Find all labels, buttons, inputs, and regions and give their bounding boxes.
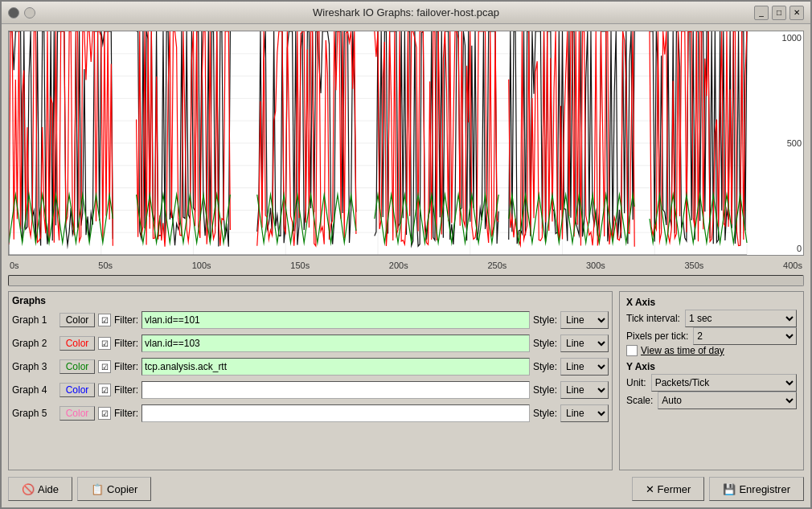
scale-row: Scale: Auto — [626, 392, 797, 409]
graph-row-1: Graph 1 Color ☑ Filter: Style: Line — [12, 310, 609, 330]
graph-1-color[interactable]: Color — [59, 313, 95, 327]
copier-icon: 📋 — [91, 483, 104, 495]
x-axis-labels: 0s 50s 100s 150s 200s 250s 300s 350s 400… — [8, 261, 804, 270]
graph-3-filter-input[interactable] — [141, 358, 530, 376]
graph-4-color[interactable]: Color — [59, 383, 95, 397]
x-label-350: 350s — [684, 261, 703, 270]
titlebar-right: _ □ ✕ — [754, 6, 804, 20]
graph-1-checkbox[interactable]: ☑ — [98, 314, 111, 326]
x-label-50: 50s — [98, 261, 113, 270]
tick-interval-label: Tick interval: — [626, 313, 680, 324]
main-window: Wireshark IO Graphs: failover-host.pcap … — [0, 0, 812, 509]
horizontal-scrollbar[interactable] — [8, 275, 804, 286]
graph-5-style-select[interactable]: Line — [560, 404, 609, 422]
copier-label: Copier — [107, 483, 137, 495]
pixels-per-tick-label: Pixels per tick: — [626, 330, 688, 342]
titlebar: Wireshark IO Graphs: failover-host.pcap … — [2, 2, 810, 24]
enregistrer-icon: 💾 — [723, 483, 736, 495]
graph-4-filter-label: Filter: — [114, 384, 138, 396]
x-label-150: 150s — [290, 261, 310, 270]
graph-row-5: Graph 5 Color ☑ Filter: Style: Line — [12, 403, 609, 424]
enregistrer-button[interactable]: 💾 Enregistrer — [709, 477, 804, 501]
time-of-day-label[interactable]: View as time of day — [641, 345, 724, 356]
graph-3-filter-label: Filter: — [114, 361, 138, 372]
aide-label: Aide — [38, 483, 59, 495]
x-axis-section: X Axis Tick interval: 1 sec Pixels per t… — [626, 297, 797, 356]
graph-5-filter-label: Filter: — [114, 408, 138, 419]
graph-3-checkbox[interactable]: ☑ — [98, 360, 111, 373]
graph-4-style-select[interactable]: Line — [560, 381, 609, 399]
tick-interval-select[interactable]: 1 sec — [685, 310, 797, 327]
graph-5-label: Graph 5 — [12, 408, 56, 419]
titlebar-left — [8, 7, 35, 18]
tick-interval-row: Tick interval: 1 sec — [626, 310, 797, 327]
fermer-label: Fermer — [658, 483, 691, 495]
minimize-button[interactable] — [24, 7, 35, 18]
graph-2-color[interactable]: Color — [59, 336, 95, 351]
winctrl-2[interactable]: □ — [772, 6, 786, 20]
pixels-per-tick-select[interactable]: 2 — [693, 327, 797, 345]
y-label-500: 500 — [773, 138, 802, 148]
graph-1-style-select[interactable]: Line — [560, 311, 609, 329]
enregistrer-label: Enregistrer — [739, 483, 790, 495]
time-of-day-checkbox[interactable] — [626, 345, 638, 356]
close-button[interactable] — [8, 7, 19, 18]
graph-3-color[interactable]: Color — [59, 359, 95, 374]
winctrl-1[interactable]: _ — [754, 6, 769, 20]
graph-area: 1000 500 0 — [8, 31, 804, 256]
winctrl-3[interactable]: ✕ — [789, 6, 804, 20]
y-axis-title: Y Axis — [626, 361, 797, 372]
graph-1-filter-label: Filter: — [114, 314, 138, 326]
x-label-200: 200s — [389, 261, 408, 270]
copier-button[interactable]: 📋 Copier — [77, 477, 151, 501]
bottom-section: Graphs Graph 1 Color ☑ Filter: Style: Li… — [2, 288, 810, 474]
y-label-1000: 1000 — [773, 33, 802, 43]
graph-1-style-label: Style: — [533, 314, 557, 326]
x-label-250: 250s — [487, 261, 506, 270]
graph-2-label: Graph 2 — [12, 338, 56, 349]
unit-row: Unit: Packets/Tick — [626, 374, 797, 392]
window-title: Wireshark IO Graphs: failover-host.pcap — [0, 6, 812, 18]
y-axis-section: Y Axis Unit: Packets/Tick Scale: Auto — [626, 361, 797, 409]
fermer-icon: ✕ — [646, 483, 654, 495]
y-axis-labels: 1000 500 0 — [771, 31, 803, 255]
x-axis-row: 0s 50s 100s 150s 200s 250s 300s 350s 400… — [2, 256, 810, 273]
graph-4-checkbox[interactable]: ☑ — [98, 384, 111, 396]
x-label-400: 400s — [783, 261, 802, 270]
footer-right: ✕ Fermer 💾 Enregistrer — [632, 477, 804, 501]
graph-1-label: Graph 1 — [12, 314, 56, 326]
footer-left: 🚫 Aide 📋 Copier — [8, 477, 151, 501]
graph-2-checkbox[interactable]: ☑ — [98, 337, 111, 350]
graph-2-style-select[interactable]: Line — [560, 335, 609, 352]
time-of-day-row: View as time of day — [626, 345, 797, 356]
aide-button[interactable]: 🚫 Aide — [8, 477, 72, 501]
graph-row-4: Graph 4 Color ☑ Filter: Style: Line — [12, 380, 609, 400]
x-label-0: 0s — [10, 261, 19, 270]
x-label-100: 100s — [192, 261, 211, 270]
graph-2-filter-input[interactable] — [141, 335, 530, 352]
unit-select[interactable]: Packets/Tick — [651, 374, 797, 392]
graphs-panel: Graphs Graph 1 Color ☑ Filter: Style: Li… — [8, 291, 613, 470]
axis-panel: X Axis Tick interval: 1 sec Pixels per t… — [619, 291, 804, 470]
graph-2-filter-label: Filter: — [114, 338, 138, 349]
graph-5-color[interactable]: Color — [59, 406, 95, 421]
graph-4-filter-input[interactable] — [141, 381, 530, 399]
graph-4-style-label: Style: — [533, 384, 557, 396]
fermer-button[interactable]: ✕ Fermer — [632, 477, 705, 501]
footer: 🚫 Aide 📋 Copier ✕ Fermer 💾 Enregistrer — [2, 474, 810, 507]
pixels-per-tick-row: Pixels per tick: 2 — [626, 327, 797, 345]
graph-2-style-label: Style: — [533, 338, 557, 349]
graph-row-2: Graph 2 Color ☑ Filter: Style: Line — [12, 333, 609, 354]
graph-5-style-label: Style: — [533, 408, 557, 419]
graph-5-filter-input[interactable] — [141, 404, 530, 422]
graphs-panel-title: Graphs — [12, 295, 609, 306]
scale-select[interactable]: Auto — [658, 392, 797, 409]
x-label-300: 300s — [586, 261, 605, 270]
x-axis-title: X Axis — [626, 297, 797, 308]
graph-canvas[interactable] — [9, 31, 781, 255]
graph-5-checkbox[interactable]: ☑ — [98, 407, 111, 420]
graph-1-filter-input[interactable] — [141, 311, 530, 329]
aide-icon: 🚫 — [22, 483, 35, 495]
graph-3-style-select[interactable]: Line — [560, 358, 609, 376]
graph-3-style-label: Style: — [533, 361, 557, 372]
